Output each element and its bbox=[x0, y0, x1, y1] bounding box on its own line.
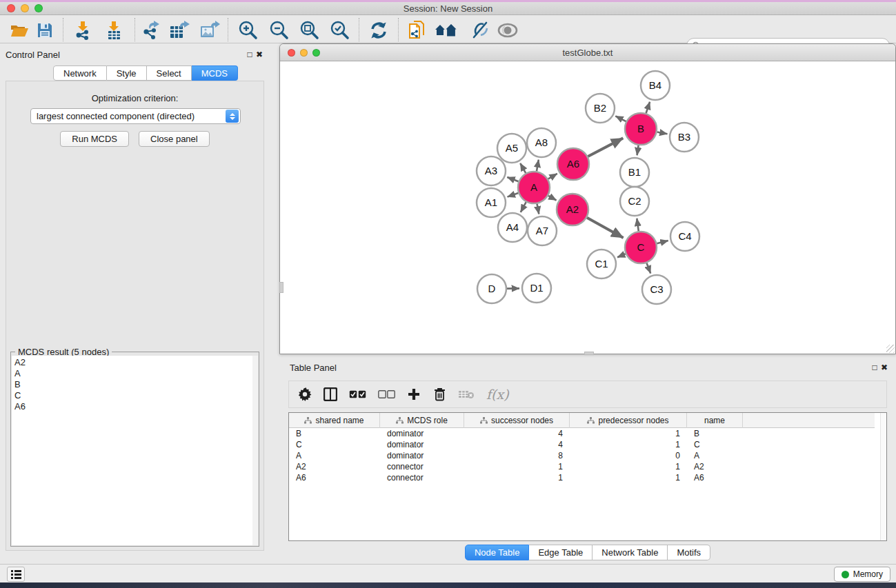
select-all-columns-button[interactable] bbox=[349, 386, 366, 403]
delete-table-button[interactable] bbox=[458, 386, 475, 403]
table-cell[interactable]: C bbox=[687, 440, 743, 449]
edge-A6-B[interactable] bbox=[588, 138, 623, 156]
node-B2[interactable]: B2 bbox=[586, 94, 615, 123]
node-A1[interactable]: A1 bbox=[477, 188, 506, 217]
table-cell[interactable]: B bbox=[289, 429, 380, 438]
table-cell[interactable]: 1 bbox=[570, 429, 687, 438]
column-settings-button[interactable] bbox=[298, 386, 312, 403]
table-cell[interactable]: 4 bbox=[464, 429, 570, 438]
edge-A2-C[interactable] bbox=[587, 218, 624, 238]
close-table-panel-button[interactable]: ✖ bbox=[879, 363, 889, 372]
task-history-button[interactable] bbox=[7, 567, 25, 582]
network-canvas[interactable]: B4B2BB3A5A8A6B1A3AC2A1A2A4A7C4CC1C3DD1 bbox=[281, 62, 895, 354]
table-cell[interactable]: 1 bbox=[570, 462, 687, 472]
save-session-button[interactable] bbox=[33, 19, 57, 41]
import-table-button[interactable] bbox=[102, 19, 126, 41]
tab-mcds[interactable]: MCDS bbox=[192, 65, 238, 81]
node-B3[interactable]: B3 bbox=[670, 123, 699, 152]
hide-labels-button[interactable] bbox=[468, 19, 492, 41]
table-cell[interactable]: connector bbox=[380, 473, 464, 483]
run-mcds-button[interactable]: Run MCDS bbox=[60, 131, 129, 147]
mcds-result-item[interactable]: A bbox=[14, 368, 250, 379]
edge-B-B4[interactable] bbox=[646, 102, 650, 114]
horizontal-scroll-thumb[interactable] bbox=[584, 352, 594, 355]
table-cell[interactable]: 8 bbox=[464, 451, 570, 460]
show-hide-panels-button[interactable] bbox=[496, 19, 519, 41]
close-panel-button[interactable]: ✖ bbox=[255, 50, 264, 59]
node-D[interactable]: D bbox=[477, 274, 506, 303]
table-cell[interactable]: A6 bbox=[687, 473, 743, 483]
unselect-all-columns-button[interactable] bbox=[378, 386, 395, 403]
home-layout-button[interactable] bbox=[435, 19, 458, 41]
edge-B-B2[interactable] bbox=[615, 116, 626, 121]
mcds-result-item[interactable]: A6 bbox=[14, 401, 250, 412]
export-image-button[interactable] bbox=[198, 19, 221, 41]
edge-A-A3[interactable] bbox=[507, 177, 518, 181]
zoom-selected-button[interactable] bbox=[328, 19, 351, 41]
table-cell[interactable]: 4 bbox=[464, 440, 570, 449]
tab-motifs[interactable]: Motifs bbox=[668, 545, 710, 560]
node-C2[interactable]: C2 bbox=[620, 187, 649, 216]
node-B1[interactable]: B1 bbox=[620, 158, 649, 187]
table-cell[interactable]: A2 bbox=[289, 462, 380, 472]
window-titlebar[interactable]: Session: New Session bbox=[0, 2, 896, 15]
table-row[interactable]: Bdominator41B bbox=[289, 428, 875, 439]
table-cell[interactable]: connector bbox=[380, 462, 464, 472]
mcds-result-list[interactable]: A2ABCA6 bbox=[12, 356, 254, 545]
node-B[interactable]: B bbox=[625, 113, 657, 145]
close-window-button[interactable] bbox=[7, 4, 15, 12]
table-row[interactable]: Adominator80A bbox=[289, 450, 875, 461]
mcds-result-item[interactable]: B bbox=[14, 379, 250, 390]
node-C3[interactable]: C3 bbox=[642, 275, 671, 304]
edge-B-B1[interactable] bbox=[637, 145, 639, 155]
tab-style[interactable]: Style bbox=[107, 65, 147, 81]
node-C[interactable]: C bbox=[625, 232, 657, 263]
table-cell[interactable]: 1 bbox=[570, 440, 687, 449]
window-resize-grip[interactable] bbox=[886, 345, 895, 353]
close-panel-action-button[interactable]: Close panel bbox=[139, 131, 210, 147]
export-network-button[interactable] bbox=[139, 19, 162, 41]
node-A5[interactable]: A5 bbox=[497, 134, 526, 163]
node-A4[interactable]: A4 bbox=[498, 213, 527, 242]
edge-A-A6[interactable] bbox=[548, 174, 557, 179]
table-cell[interactable]: A bbox=[687, 451, 743, 460]
table-cell[interactable]: dominator bbox=[380, 451, 464, 460]
table-cell[interactable]: 1 bbox=[570, 473, 687, 483]
edge-B-B3[interactable] bbox=[657, 132, 668, 134]
node-A[interactable]: A bbox=[518, 172, 550, 203]
edge-C-C1[interactable] bbox=[617, 254, 626, 257]
column-header-successor-nodes[interactable]: successor nodes bbox=[464, 413, 570, 428]
zoom-out-button[interactable] bbox=[267, 19, 290, 41]
edge-A-A2[interactable] bbox=[548, 196, 557, 201]
network-minimize-button[interactable] bbox=[300, 49, 308, 57]
vertical-scroll-thumb[interactable] bbox=[279, 282, 283, 293]
import-network-button[interactable] bbox=[71, 19, 94, 41]
edge-A-A7[interactable] bbox=[537, 204, 539, 214]
table-row[interactable]: A2connector11A2 bbox=[289, 461, 875, 472]
edge-A-A4[interactable] bbox=[521, 202, 526, 212]
criterion-select[interactable]: largest connected component (directed) bbox=[30, 108, 241, 124]
mcds-list-scrollbar[interactable] bbox=[252, 356, 258, 545]
edge-A-A8[interactable] bbox=[537, 160, 539, 172]
node-B4[interactable]: B4 bbox=[641, 71, 670, 100]
column-header-name[interactable]: name bbox=[687, 413, 743, 428]
tab-node-table[interactable]: Node Table bbox=[465, 545, 530, 560]
tab-network[interactable]: Network bbox=[53, 65, 107, 81]
node-C1[interactable]: C1 bbox=[587, 250, 616, 278]
column-header-predecessor-nodes[interactable]: predecessor nodes bbox=[570, 413, 687, 428]
open-file-button[interactable] bbox=[8, 19, 31, 41]
edge-C-C2[interactable] bbox=[637, 219, 638, 231]
edge-C-C3[interactable] bbox=[646, 263, 650, 273]
table-cell[interactable]: B bbox=[687, 429, 743, 438]
tab-edge-table[interactable]: Edge Table bbox=[529, 545, 593, 560]
network-zoom-button[interactable] bbox=[312, 49, 320, 57]
table-cell[interactable]: A bbox=[289, 451, 380, 460]
node-C4[interactable]: C4 bbox=[670, 222, 699, 251]
node-A2[interactable]: A2 bbox=[557, 194, 588, 225]
node-D1[interactable]: D1 bbox=[522, 274, 551, 303]
table-cell[interactable]: 1 bbox=[464, 473, 570, 483]
zoom-in-button[interactable] bbox=[236, 19, 259, 41]
table-cell[interactable]: 1 bbox=[464, 462, 570, 472]
zoom-window-button[interactable] bbox=[34, 4, 43, 12]
node-A3[interactable]: A3 bbox=[477, 156, 506, 185]
